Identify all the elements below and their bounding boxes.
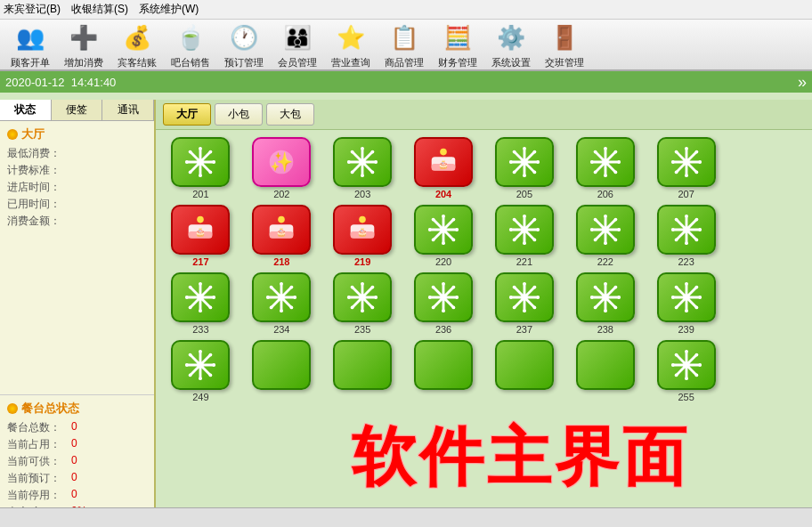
table-cell-201[interactable]: 201 — [163, 137, 239, 199]
table-cell-207[interactable]: 207 — [648, 137, 724, 199]
table-cell-223[interactable]: 223 — [648, 205, 724, 267]
table-cell-253[interactable] — [487, 340, 563, 402]
expand-arrow[interactable]: » — [798, 73, 807, 92]
table-cell-219[interactable]: 🎂 219 — [325, 205, 401, 267]
table-cell-206[interactable]: 206 — [567, 137, 643, 199]
svg-point-11 — [209, 150, 213, 154]
svg-point-24 — [351, 150, 354, 154]
sub-tab-large[interactable]: 大包 — [266, 103, 314, 126]
table-cell-220[interactable]: 220 — [406, 205, 482, 267]
tab-comms[interactable]: 通讯 — [102, 100, 154, 120]
tab-notes[interactable]: 便签 — [52, 100, 103, 120]
menu-system[interactable]: 系统维护(W) — [139, 2, 199, 17]
svg-point-195 — [536, 296, 540, 299]
toolbar-btn-finance[interactable]: 🧮 财务管理 — [434, 20, 481, 69]
table-num-202: 202 — [273, 189, 289, 199]
table-cell-202[interactable]: ✨ 202 — [244, 137, 320, 199]
svg-point-185 — [452, 286, 456, 289]
svg-point-41 — [513, 150, 516, 154]
table-cell-221[interactable]: 221 — [487, 205, 563, 267]
sub-tab-small[interactable]: 小包 — [215, 103, 263, 126]
svg-point-248 — [674, 353, 678, 357]
table-cell-249[interactable]: 249 — [163, 340, 239, 402]
table-icon-202: ✨ — [252, 137, 311, 187]
toolbar-btn-bar[interactable]: 🍵 吧台销售 — [167, 20, 214, 69]
table-cell-204[interactable]: 🎂 204 — [406, 137, 482, 199]
table-cell-250[interactable] — [244, 340, 320, 402]
table-cell-236[interactable]: 236 — [406, 272, 482, 335]
table-cell-222[interactable]: 222 — [567, 205, 643, 267]
occupied-label: 当前占用： — [7, 437, 71, 452]
svg-point-63 — [685, 147, 688, 150]
table-cell-239[interactable]: 239 — [648, 272, 724, 335]
table-cell-237[interactable]: 237 — [487, 272, 563, 335]
toolbar-btn-handover[interactable]: 🚪 交班管理 — [541, 20, 588, 69]
svg-point-170 — [351, 286, 354, 289]
toolbar-btn-settings[interactable]: ⚙️ 系统设置 — [488, 20, 534, 69]
table-cell-233[interactable]: 233 — [163, 272, 239, 335]
sub-tab-hall[interactable]: 大厅 — [163, 103, 211, 126]
menu-cashier[interactable]: 收银结算(S) — [71, 2, 128, 17]
table-num-207: 207 — [678, 189, 694, 199]
table-cell-238[interactable]: 238 — [567, 272, 643, 335]
svg-point-36 — [521, 158, 528, 166]
table-cell-234[interactable]: 234 — [244, 272, 320, 335]
svg-point-108 — [513, 239, 516, 242]
svg-point-37 — [523, 147, 526, 150]
svg-point-204 — [602, 294, 609, 301]
svg-point-114 — [604, 215, 607, 218]
svg-point-6 — [199, 174, 203, 177]
svg-point-139 — [198, 294, 205, 301]
table-cell-217[interactable]: 🎂 217 — [163, 205, 239, 267]
svg-point-146 — [209, 286, 213, 289]
table-cell-203[interactable]: 203 — [325, 137, 401, 199]
svg-point-223 — [694, 306, 698, 310]
svg-point-75 — [279, 216, 286, 223]
table-num-201: 201 — [192, 189, 208, 199]
table-num-219: 219 — [354, 256, 370, 267]
table-num-235: 235 — [354, 324, 370, 335]
booking-label: 预订管理 — [224, 56, 264, 69]
toolbar-btn-goods[interactable]: 📋 商品管理 — [381, 20, 427, 69]
table-cell-252[interactable] — [406, 340, 482, 402]
svg-point-39 — [509, 160, 513, 164]
table-num-203: 203 — [354, 189, 370, 199]
table-cell-218[interactable]: 🎂 218 — [244, 205, 320, 267]
svg-point-199 — [513, 306, 516, 310]
table-num-239: 239 — [678, 324, 694, 335]
toolbar-btn-booking[interactable]: 🕐 预订管理 — [221, 20, 267, 69]
svg-point-212 — [594, 306, 597, 310]
table-cell-255[interactable]: 255 — [648, 340, 724, 402]
svg-point-157 — [270, 286, 273, 289]
svg-point-184 — [452, 306, 456, 310]
toolbar-btn-cashier[interactable]: 💰 宾客结账 — [114, 20, 160, 69]
settings-icon: ⚙️ — [491, 20, 531, 56]
svg-point-105 — [513, 218, 516, 222]
table-cell-235[interactable]: 235 — [325, 272, 401, 335]
menu-guest[interactable]: 来宾登记(B) — [4, 2, 61, 17]
toolbar-btn-member[interactable]: 👨‍👩‍👦 会员管理 — [274, 20, 321, 69]
svg-point-121 — [594, 239, 597, 242]
svg-point-156 — [294, 296, 297, 299]
svg-point-119 — [613, 239, 617, 242]
toolbar-btn-customer[interactable]: 👥 顾客开单 — [7, 20, 53, 69]
toolbar-btn-sales[interactable]: ⭐ 营业查询 — [328, 20, 374, 69]
table-cell-251[interactable] — [325, 340, 401, 402]
svg-point-152 — [279, 294, 286, 301]
min-consume-label: 最低消费： — [7, 146, 65, 161]
tab-status[interactable]: 状态 — [0, 100, 52, 120]
cashier-icon: 💰 — [118, 20, 157, 56]
svg-point-21 — [361, 174, 364, 177]
svg-point-166 — [361, 282, 364, 286]
table-cell-254[interactable] — [567, 340, 643, 402]
table-cell-205[interactable]: 205 — [487, 137, 563, 199]
table-num-238: 238 — [597, 324, 613, 335]
table-cell-empty-last — [729, 340, 805, 402]
svg-point-179 — [442, 282, 445, 286]
charge-std-row: 计费标准： — [7, 163, 147, 178]
svg-point-126 — [683, 226, 690, 233]
table-icon-218: 🎂 — [252, 205, 311, 255]
bar-icon: 🍵 — [171, 20, 210, 56]
toolbar-btn-add[interactable]: ➕ 增加消费 — [61, 20, 107, 69]
svg-point-209 — [594, 286, 597, 289]
